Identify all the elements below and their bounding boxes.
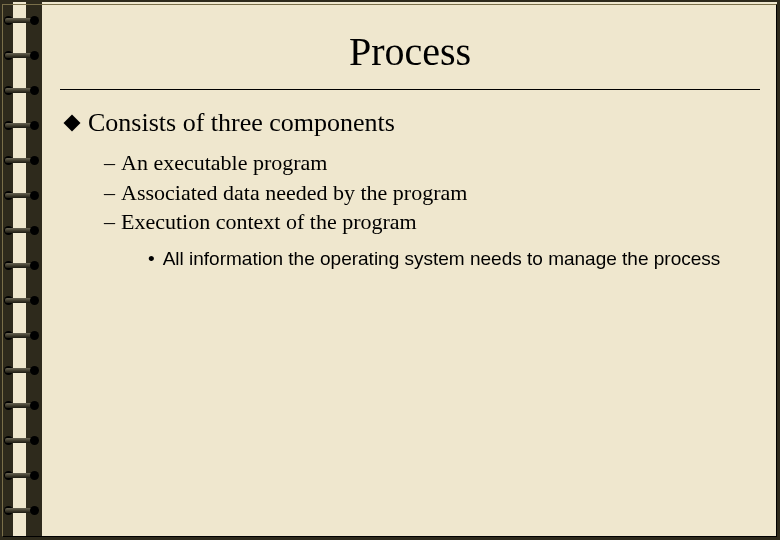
dash-bullet-icon: – <box>104 148 115 178</box>
bullet-2-text: Associated data needed by the program <box>121 178 467 208</box>
bullet-3-text: All information the operating system nee… <box>163 247 721 272</box>
diamond-bullet-icon <box>64 115 81 132</box>
bullet-2-text: An executable program <box>121 148 327 178</box>
bullet-2-item: – Associated data needed by the program <box>104 178 760 208</box>
bullet-2-item: – An executable program <box>104 148 760 178</box>
dash-bullet-icon: – <box>104 207 115 237</box>
spiral-binding <box>0 0 42 540</box>
bullet-2-text: Execution context of the program <box>121 207 417 237</box>
slide-title: Process <box>60 28 760 75</box>
dash-bullet-icon: – <box>104 178 115 208</box>
bullet-level-1: Consists of three components <box>66 108 760 138</box>
bullet-level-2-group: – An executable program – Associated dat… <box>104 148 760 237</box>
slide-content: Process Consists of three components – A… <box>60 28 760 272</box>
dot-bullet-icon: • <box>148 247 155 272</box>
bullet-level-3-group: • All information the operating system n… <box>148 247 760 272</box>
bullet-2-item: – Execution context of the program <box>104 207 760 237</box>
title-divider <box>60 89 760 90</box>
bullet-3-item: • All information the operating system n… <box>148 247 760 272</box>
bullet-1-text: Consists of three components <box>88 108 395 138</box>
